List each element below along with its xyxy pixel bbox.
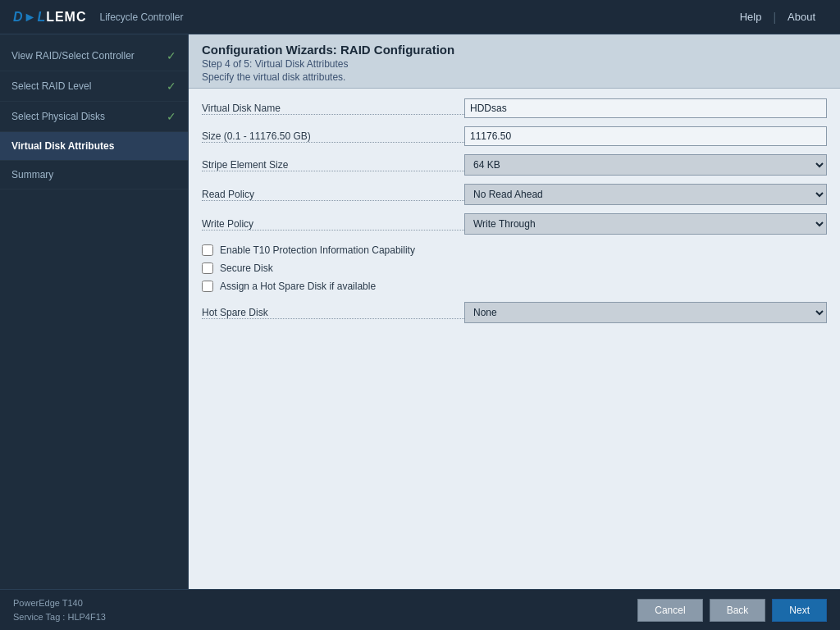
secure-disk-checkbox[interactable]: [202, 262, 213, 274]
service-tag-info: Service Tag : HLP4F13: [13, 610, 106, 624]
size-input[interactable]: [464, 126, 827, 146]
virtual-disk-name-input[interactable]: [464, 98, 827, 118]
t10-protection-checkbox[interactable]: [202, 244, 213, 256]
sidebar-item-select-disks[interactable]: Select Physical Disks ✓: [0, 102, 188, 132]
action-buttons: Cancel Back Next: [637, 599, 827, 622]
sidebar-item-vdisk-attrs-label: Virtual Disk Attributes: [11, 140, 114, 152]
sidebar-item-select-disks-label: Select Physical Disks: [11, 111, 105, 122]
checkbox-section: Enable T10 Protection Information Capabi…: [202, 244, 827, 292]
sidebar-item-view-raid-label: View RAID/Select Controller: [11, 50, 135, 62]
read-policy-field[interactable]: No Read Ahead Read Ahead Adaptive Read A…: [464, 184, 827, 205]
hot-spare-disk-row: Hot Spare Disk None: [202, 302, 827, 323]
t10-protection-row: Enable T10 Protection Information Capabi…: [202, 244, 827, 256]
write-policy-field[interactable]: Write Through Write Back Write Back Forc…: [464, 213, 827, 235]
read-policy-label: Read Policy: [202, 189, 464, 201]
write-policy-label: Write Policy: [202, 218, 464, 231]
bottom-bar: PowerEdge T140 Service Tag : HLP4F13 Can…: [0, 589, 840, 630]
read-policy-row: Read Policy No Read Ahead Read Ahead Ada…: [202, 184, 827, 205]
virtual-disk-name-field[interactable]: [464, 98, 827, 118]
sidebar: View RAID/Select Controller ✓ Select RAI…: [0, 34, 189, 589]
back-button[interactable]: Back: [710, 599, 766, 622]
secure-disk-label: Secure Disk: [220, 262, 273, 274]
secure-disk-row: Secure Disk: [202, 262, 827, 274]
step-description: Specify the virtual disk attributes.: [202, 71, 827, 83]
header-bar: D►LLEMC Lifecycle Controller Help | Abou…: [0, 0, 840, 34]
read-policy-select[interactable]: No Read Ahead Read Ahead Adaptive Read A…: [464, 184, 827, 205]
app-subtitle: Lifecycle Controller: [100, 11, 184, 23]
write-policy-row: Write Policy Write Through Write Back Wr…: [202, 213, 827, 235]
sidebar-item-vdisk-attrs[interactable]: Virtual Disk Attributes: [0, 132, 188, 161]
virtual-disk-name-label: Virtual Disk Name: [202, 103, 464, 115]
hot-spare-disk-label: Hot Spare Disk: [202, 307, 464, 319]
sidebar-item-select-raid-check: ✓: [167, 80, 176, 93]
sidebar-item-select-raid-label: Select RAID Level: [11, 80, 91, 92]
content-area: Configuration Wizards: RAID Configuratio…: [189, 34, 840, 589]
write-policy-select[interactable]: Write Through Write Back Write Back Forc…: [464, 213, 827, 235]
stripe-size-field[interactable]: 64 KB 128 KB 256 KB 512 KB 1 MB: [464, 154, 827, 176]
emc-logo-text: LEMC: [46, 10, 86, 24]
sidebar-item-select-disks-check: ✓: [167, 110, 176, 123]
main-layout: View RAID/Select Controller ✓ Select RAI…: [0, 34, 840, 589]
sidebar-item-view-raid-check: ✓: [167, 49, 176, 62]
sidebar-item-summary[interactable]: Summary: [0, 161, 188, 189]
model-label: PowerEdge T140: [13, 596, 106, 610]
dell-logo-text: D►L: [13, 10, 46, 24]
hot-spare-assign-checkbox[interactable]: [202, 281, 213, 292]
size-label: Size (0.1 - 11176.50 GB): [202, 130, 464, 143]
page-title: Configuration Wizards: RAID Configuratio…: [202, 43, 827, 57]
device-info: PowerEdge T140 Service Tag : HLP4F13: [13, 596, 106, 623]
header-nav: Help | About: [728, 11, 827, 24]
stripe-size-label: Stripe Element Size: [202, 159, 464, 171]
hot-spare-assign-row: Assign a Hot Spare Disk if available: [202, 281, 827, 292]
stripe-size-row: Stripe Element Size 64 KB 128 KB 256 KB …: [202, 154, 827, 176]
size-field[interactable]: [464, 126, 827, 146]
size-row: Size (0.1 - 11176.50 GB): [202, 126, 827, 146]
hot-spare-disk-select[interactable]: None: [464, 302, 827, 323]
help-nav-item[interactable]: Help: [728, 11, 774, 23]
virtual-disk-name-row: Virtual Disk Name: [202, 98, 827, 118]
dell-emc-logo: D►LLEMC: [13, 10, 87, 25]
sidebar-item-summary-label: Summary: [11, 169, 53, 180]
service-tag-label: Service Tag: [13, 612, 60, 622]
hot-spare-assign-label: Assign a Hot Spare Disk if available: [220, 281, 376, 292]
stripe-size-select[interactable]: 64 KB 128 KB 256 KB 512 KB 1 MB: [464, 154, 827, 176]
step-indicator: Step 4 of 5: Virtual Disk Attributes: [202, 58, 827, 70]
cancel-button[interactable]: Cancel: [637, 599, 702, 622]
about-nav-item[interactable]: About: [776, 11, 827, 23]
sidebar-item-view-raid[interactable]: View RAID/Select Controller ✓: [0, 41, 188, 71]
hot-spare-disk-field[interactable]: None: [464, 302, 827, 323]
next-button[interactable]: Next: [772, 599, 827, 622]
t10-protection-label: Enable T10 Protection Information Capabi…: [220, 244, 415, 256]
sidebar-item-select-raid[interactable]: Select RAID Level ✓: [0, 71, 188, 102]
form-body: Virtual Disk Name Size (0.1 - 11176.50 G…: [189, 89, 840, 589]
service-tag-value: HLP4F13: [67, 612, 105, 622]
content-header: Configuration Wizards: RAID Configuratio…: [189, 34, 840, 89]
